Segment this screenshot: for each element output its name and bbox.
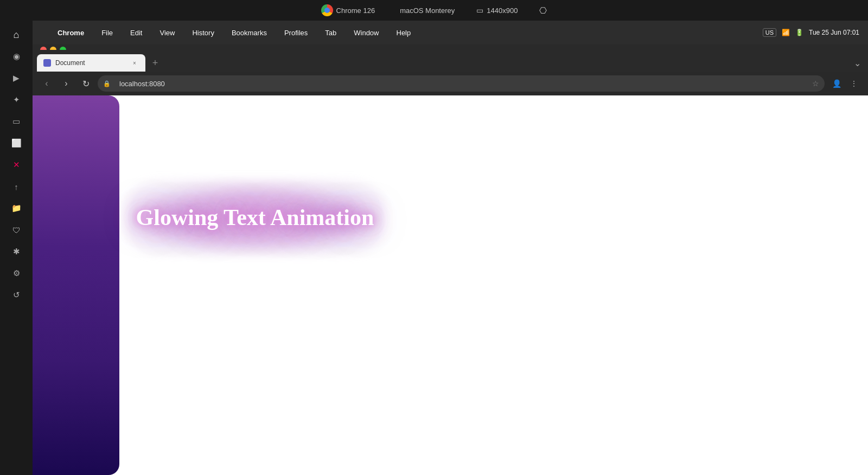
sidebar-item-monitor[interactable]: ▭ (7, 112, 26, 131)
menu-tab[interactable]: Tab (322, 28, 340, 38)
back-arrow-icon: ‹ (45, 79, 48, 88)
reload-button[interactable]: ↻ (78, 76, 93, 91)
folder-icon: 📁 (11, 203, 22, 213)
refresh-icon: ↺ (13, 290, 20, 300)
sidebar: ⌂ ◉ ▶ ✦ ▭ ⬜ ✕ ↑ 📁 (0, 21, 33, 475)
desktop-icon: ⬜ (11, 138, 22, 148)
address-container: 🔒 ☆ (98, 75, 825, 92)
system-bar: Chrome 126 macOS Monterey ▭ 1440x900 ⎔ (0, 0, 868, 21)
datetime-display: Tue 25 Jun 07:01 (809, 29, 859, 36)
upload-icon: ↑ (14, 182, 18, 191)
resolution-label: 1440x900 (487, 7, 518, 15)
macos-label: macOS Monterey (400, 7, 455, 15)
home-icon: ⌂ (14, 29, 20, 41)
webpage: Glowing Text Animation (33, 95, 868, 475)
resolution-icon: ▭ (476, 6, 483, 15)
bookmark-star-icon[interactable]: ☆ (812, 79, 819, 88)
sidebar-item-person[interactable]: ✱ (7, 242, 26, 261)
tab-title: Document (55, 59, 126, 67)
active-tab[interactable]: Document × (37, 54, 145, 72)
menu-view[interactable]: View (156, 28, 178, 38)
menu-profiles[interactable]: Profiles (281, 28, 311, 38)
glow-container: Glowing Text Animation (125, 179, 385, 255)
menu-chrome[interactable]: Chrome (54, 28, 87, 38)
sidebar-item-globe[interactable]: ✕ (7, 155, 26, 175)
monitor-icon: ▭ (12, 117, 20, 126)
sidebar-item-home[interactable]: ⌂ (7, 25, 26, 44)
reload-icon: ↻ (82, 79, 90, 89)
chrome-label: Chrome 126 (336, 7, 375, 15)
tab-favicon (43, 59, 51, 67)
fingerprint-icon: ⎔ (539, 5, 547, 16)
menu-history[interactable]: History (189, 28, 217, 38)
sidebar-item-folder[interactable]: 📁 (7, 198, 26, 218)
back-button[interactable]: ‹ (39, 76, 54, 91)
chrome-icon (321, 4, 333, 16)
chevron-down-icon: ⌄ (854, 58, 861, 68)
new-tab-button[interactable]: + (148, 55, 163, 70)
address-bar: ‹ › ↻ 🔒 ☆ 👤 ⋮ (33, 72, 868, 95)
chrome-indicator: Chrome 126 (321, 4, 375, 16)
menu-window[interactable]: Window (350, 28, 382, 38)
fingerprint-indicator: ⎔ (539, 5, 547, 16)
macos-indicator: macOS Monterey (397, 7, 455, 15)
menubar: Chrome File Edit View History Bookmarks … (33, 21, 868, 44)
video-icon: ▶ (13, 73, 20, 83)
forward-arrow-icon: › (65, 79, 67, 88)
forward-button[interactable]: › (59, 76, 74, 91)
sidebar-item-camera[interactable]: ◉ (7, 47, 26, 66)
camera-icon: ◉ (13, 52, 20, 61)
bg-decoration (33, 95, 119, 475)
star2-icon: ✦ (13, 95, 20, 105)
menu-bookmarks[interactable]: Bookmarks (228, 28, 270, 38)
person-icon: ✱ (13, 247, 20, 256)
sidebar-item-refresh[interactable]: ↺ (7, 285, 26, 305)
resolution-indicator: ▭ 1440x900 (476, 6, 518, 15)
keyboard-layout: US (763, 28, 776, 37)
more-options-button[interactable]: ⋮ (846, 76, 861, 91)
menu-file[interactable]: File (98, 28, 116, 38)
profile-button[interactable]: 👤 (829, 76, 844, 91)
tab-dropdown-button[interactable]: ⌄ (851, 56, 864, 69)
address-input[interactable] (98, 75, 825, 92)
wifi-icon: 📶 (782, 29, 790, 36)
browser-content: Glowing Text Animation (33, 95, 868, 475)
menu-help[interactable]: Help (393, 28, 414, 38)
tab-close-button[interactable]: × (130, 59, 139, 67)
more-options-icon: ⋮ (850, 79, 858, 88)
battery-icon: 🔋 (795, 29, 803, 36)
sidebar-item-desktop[interactable]: ⬜ (7, 133, 26, 153)
shield-icon: 🛡 (12, 226, 21, 235)
lock-icon: 🔒 (103, 80, 111, 87)
settings-icon: ⚙ (13, 268, 20, 278)
sidebar-item-video[interactable]: ▶ (7, 68, 26, 88)
menu-edit[interactable]: Edit (127, 28, 145, 38)
tab-bar: Document × + ⌄ (33, 50, 868, 72)
sidebar-item-shield[interactable]: 🛡 (7, 220, 26, 240)
sidebar-item-star[interactable]: ✦ (7, 90, 26, 110)
sidebar-item-upload[interactable]: ↑ (7, 177, 26, 196)
glow-heading: Glowing Text Animation (136, 204, 374, 230)
profile-icon: 👤 (832, 79, 841, 88)
sidebar-item-settings[interactable]: ⚙ (7, 264, 26, 283)
globe-icon: ✕ (13, 160, 20, 170)
sidebar-item-power[interactable]: ⏻ (7, 472, 26, 475)
